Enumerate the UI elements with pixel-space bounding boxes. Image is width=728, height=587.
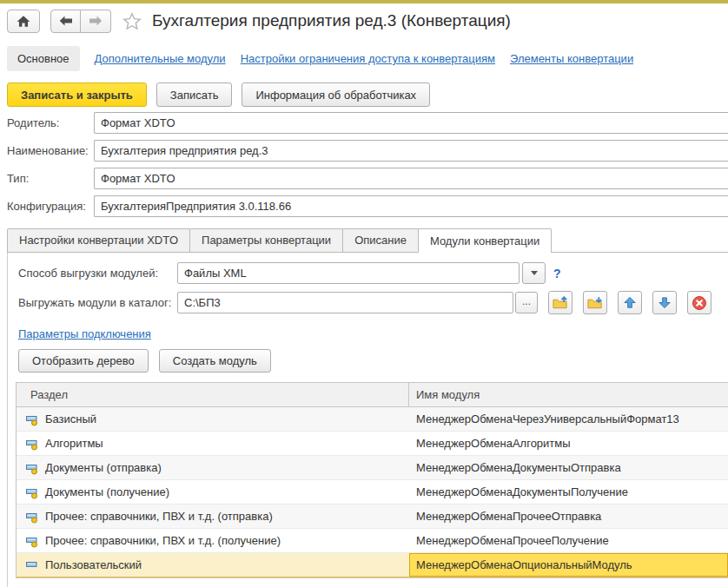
save-button[interactable]: Записать <box>156 82 233 107</box>
section-cell[interactable]: Алгоритмы <box>17 432 409 455</box>
tab-description[interactable]: Описание <box>342 228 419 252</box>
modified-dot-icon <box>32 518 37 523</box>
module-icon <box>25 534 39 548</box>
table-row[interactable]: Пользовательский МенеджерОбменаОпциональ… <box>17 553 728 577</box>
module-label: МенеджерОбменаОпциональныйМодуль <box>416 558 632 571</box>
arrow-down-icon <box>658 296 672 309</box>
parent-field-row: Родитель: Формат XDTO <box>7 112 728 134</box>
module-cell[interactable]: МенеджерОбменаПрочееПолучение <box>409 529 728 552</box>
section-cell[interactable]: Прочее: справочники, ПВХ и т.д. (получен… <box>17 529 409 552</box>
module-cell[interactable]: МенеджерОбменаПрочееОтправка <box>409 505 728 528</box>
configuration-field-row: Конфигурация: БухгалтерияПредприятия 3.0… <box>7 195 728 217</box>
home-button[interactable] <box>7 10 40 33</box>
module-label: МенеджерОбменаАлгоритмы <box>416 437 571 450</box>
name-field-label: Наименование: <box>7 144 94 157</box>
home-icon <box>16 15 31 28</box>
module-cell[interactable]: МенеджерОбменаОпциональныйМодуль <box>409 553 728 577</box>
export-directory-input[interactable]: C:\БП3 <box>177 292 513 313</box>
arrow-up-icon <box>623 296 637 309</box>
module-icon <box>25 437 39 451</box>
export-directory-row: Выгружать модули в каталог: C:\БП3 ... <box>18 291 728 314</box>
module-label: МенеджерОбменаДокументыОтправка <box>416 461 621 474</box>
name-field[interactable]: Бухгалтерия предприятия ред.3 <box>94 140 728 162</box>
module-icon <box>25 461 39 475</box>
upload-method-label: Способ выгрузки модулей: <box>18 267 177 280</box>
module-column-header[interactable]: Имя модуля <box>409 383 728 406</box>
section-label: Базисный <box>45 412 96 425</box>
module-label: МенеджерОбменаПрочееПолучение <box>416 534 609 547</box>
module-label: МенеджерОбменаЧерезУниверсальныйФормат13 <box>416 412 679 425</box>
import-modules-button[interactable] <box>583 291 607 314</box>
type-field-label: Тип: <box>7 172 94 185</box>
move-down-button[interactable] <box>652 291 677 314</box>
save-and-close-button[interactable]: Записать и закрыть <box>7 82 147 107</box>
tab-xdto-settings[interactable]: Настройки конвертации XDTO <box>7 228 190 252</box>
upload-method-select[interactable]: Файлы XML <box>177 262 520 284</box>
section-label: Пользовательский <box>45 558 142 571</box>
type-field[interactable]: Формат XDTO <box>94 168 728 189</box>
modified-dot-icon <box>32 445 37 450</box>
module-table-body: Базисный МенеджерОбменаЧерезУниверсальны… <box>17 407 728 577</box>
back-button[interactable] <box>50 10 81 33</box>
table-header-row: Раздел Имя модуля <box>17 383 728 407</box>
favorite-star-icon[interactable] <box>122 12 142 30</box>
table-row[interactable]: Документы (отправка) МенеджерОбменаДокум… <box>17 456 728 480</box>
help-icon[interactable]: ? <box>553 267 561 280</box>
page-title: Бухгалтерия предприятия ред.3 (Конвертац… <box>152 11 511 30</box>
table-row[interactable]: Базисный МенеджерОбменаЧерезУниверсальны… <box>17 407 728 432</box>
modified-dot-icon <box>32 542 37 547</box>
forward-icon <box>89 16 103 26</box>
forward-button[interactable] <box>81 10 111 33</box>
back-icon <box>59 16 73 26</box>
delete-button[interactable] <box>687 291 711 314</box>
chevron-down-icon <box>531 271 538 275</box>
tab-conversion-params[interactable]: Параметры конвертации <box>189 228 343 252</box>
section-cell[interactable]: Базисный <box>17 407 409 431</box>
section-nav: Основное Дополнительные модули Настройки… <box>0 38 728 79</box>
export-modules-button[interactable] <box>548 291 572 314</box>
table-row[interactable]: Алгоритмы МенеджерОбменаАлгоритмы <box>17 432 728 456</box>
section-label: Прочее: справочники, ПВХ и т.д. (получен… <box>45 534 281 547</box>
modified-dot-icon <box>32 420 37 425</box>
configuration-field[interactable]: БухгалтерияПредприятия 3.0.118.66 <box>94 195 728 217</box>
nav-item-conversion-elements[interactable]: Элементы конвертации <box>510 52 633 65</box>
upload-method-row: Способ выгрузки модулей: Файлы XML ? <box>18 262 728 284</box>
module-cell[interactable]: МенеджерОбменаДокументыПолучение <box>409 480 728 504</box>
nav-item-main[interactable]: Основное <box>7 46 80 71</box>
create-module-button[interactable]: Создать модуль <box>159 349 271 373</box>
modified-dot-icon <box>32 469 37 474</box>
tree-actions: Отобразить дерево Создать модуль <box>18 349 728 373</box>
module-cell[interactable]: МенеджерОбменаЧерезУниверсальныйФормат13 <box>409 407 728 431</box>
tab-strip: Настройки конвертации XDTO Параметры кон… <box>7 228 728 253</box>
table-row[interactable]: Документы (получение) МенеджерОбменаДоку… <box>17 480 728 505</box>
section-cell[interactable]: Документы (получение) <box>17 480 409 504</box>
section-cell[interactable]: Документы (отправка) <box>17 456 409 479</box>
module-label: МенеджерОбменаДокументыПолучение <box>416 485 628 498</box>
handlers-info-button[interactable]: Информация об обработчиках <box>242 82 430 107</box>
table-row[interactable]: Прочее: справочники, ПВХ и т.д. (получен… <box>17 529 728 553</box>
tabs-container: Настройки конвертации XDTO Параметры кон… <box>7 228 728 587</box>
history-nav-group <box>50 10 111 33</box>
nav-item-additional-modules[interactable]: Дополнительные модули <box>95 52 226 65</box>
upload-method-dropdown-button[interactable] <box>522 262 546 284</box>
section-cell[interactable]: Прочее: справочники, ПВХ и т.д. (отправк… <box>17 505 409 528</box>
tab-conversion-modules[interactable]: Модули конвертации <box>418 228 552 253</box>
table-row[interactable]: Прочее: справочники, ПВХ и т.д. (отправк… <box>17 505 728 529</box>
section-column-header[interactable]: Раздел <box>17 383 409 406</box>
section-label: Документы (получение) <box>45 485 169 498</box>
parent-field[interactable]: Формат XDTO <box>94 112 728 134</box>
module-cell[interactable]: МенеджерОбменаДокументыОтправка <box>409 456 728 479</box>
header-form: Родитель: Формат XDTO Наименование: Бухг… <box>0 112 728 217</box>
conversion-modules-panel: Способ выгрузки модулей: Файлы XML ? Выг… <box>7 253 728 587</box>
module-label: МенеджерОбменаПрочееОтправка <box>416 510 601 523</box>
module-icon <box>25 485 39 499</box>
nav-item-access-restrictions[interactable]: Настройки ограничения доступа к конверта… <box>241 52 495 65</box>
browse-button[interactable]: ... <box>515 292 538 313</box>
section-label: Документы (отправка) <box>45 461 162 474</box>
module-cell[interactable]: МенеджерОбменаАлгоритмы <box>409 432 728 455</box>
parent-field-label: Родитель: <box>7 116 94 129</box>
connection-params-link[interactable]: Параметры подключения <box>18 327 151 340</box>
section-cell[interactable]: Пользовательский <box>17 553 409 577</box>
move-up-button[interactable] <box>618 291 642 314</box>
show-tree-button[interactable]: Отобразить дерево <box>18 349 149 373</box>
